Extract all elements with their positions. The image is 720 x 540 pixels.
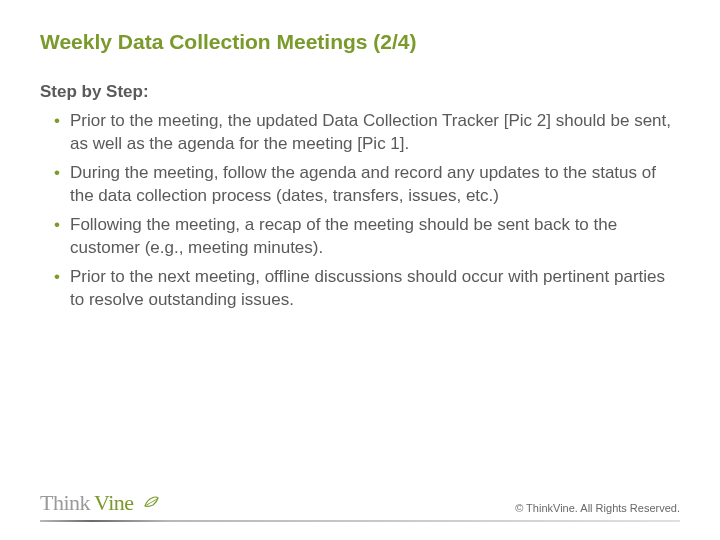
slide-container: Weekly Data Collection Meetings (2/4) St… xyxy=(0,0,720,540)
copyright-text: © ThinkVine. All Rights Reserved. xyxy=(515,502,680,514)
logo-text-think: Think xyxy=(40,490,90,516)
leaf-icon xyxy=(142,494,160,514)
section-subtitle: Step by Step: xyxy=(40,82,680,102)
logo: ThinkVine xyxy=(40,490,160,516)
slide-footer: ThinkVine © ThinkVine. All Rights Reserv… xyxy=(40,486,680,522)
slide-title: Weekly Data Collection Meetings (2/4) xyxy=(40,30,680,54)
footer-divider xyxy=(40,520,680,522)
list-item: Following the meeting, a recap of the me… xyxy=(54,214,680,260)
logo-text-vine: Vine xyxy=(94,490,133,516)
bullet-list: Prior to the meeting, the updated Data C… xyxy=(40,110,680,312)
list-item: During the meeting, follow the agenda an… xyxy=(54,162,680,208)
list-item: Prior to the meeting, the updated Data C… xyxy=(54,110,680,156)
list-item: Prior to the next meeting, offline discu… xyxy=(54,266,680,312)
